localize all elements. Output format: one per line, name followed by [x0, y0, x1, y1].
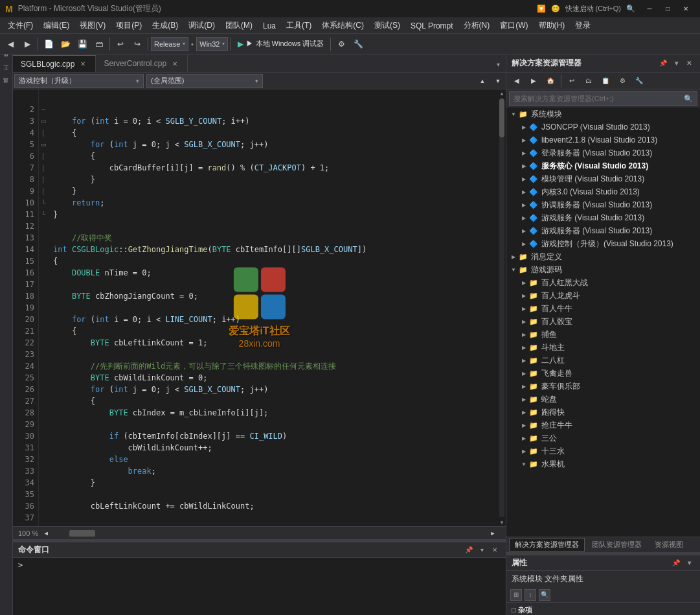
toolbar-new-btn[interactable]: 📄 — [41, 36, 56, 52]
menu-window[interactable]: 窗口(W) — [495, 19, 533, 32]
menu-edit[interactable]: 编辑(E) — [38, 19, 74, 32]
command-close-btn[interactable]: ✕ — [489, 544, 501, 556]
props-dropdown-btn[interactable]: ▾ — [683, 557, 695, 569]
menu-team[interactable]: 团队(M) — [220, 19, 258, 32]
menu-analyze[interactable]: 分析(N) — [458, 19, 495, 32]
menu-test[interactable]: 测试(S) — [369, 19, 405, 32]
tree-item-haoche[interactable]: ▶ 📁 豪车俱乐部 — [506, 380, 700, 393]
command-pin-btn[interactable]: 📌 — [463, 544, 475, 556]
se-toolbar-btn4[interactable]: ↩ — [564, 73, 580, 89]
toolbar-back-btn[interactable]: ◀ — [3, 36, 18, 52]
minimize-button[interactable]: ─ — [640, 3, 659, 16]
tree-item-game-server[interactable]: ▶ 🔷 游戏服务器 (Visual Studio 2013) — [506, 224, 700, 237]
menu-lua[interactable]: Lua — [258, 20, 281, 32]
context-dropdown[interactable]: 游戏控制（升级） ▾ — [14, 74, 144, 88]
start-debug-button[interactable]: ▶ ▶ 本地 Windows 调试器 — [234, 39, 328, 49]
tree-item-shisanshui[interactable]: ▶ 📁 十三水 — [506, 445, 700, 458]
close-button[interactable]: ✕ — [677, 3, 695, 16]
command-body[interactable]: > — [13, 558, 506, 615]
tree-item-shuiguoji[interactable]: ▼ 📁 水果机 — [506, 458, 700, 470]
tree-item-bairen-niuniu[interactable]: ▶ 📁 百人牛牛 — [506, 302, 700, 315]
solution-search-box[interactable]: 🔍 — [509, 91, 697, 106]
menu-project[interactable]: 项目(P) — [111, 19, 147, 32]
tree-item-bairen-shaibao[interactable]: ▶ 📁 百人骰宝 — [506, 315, 700, 328]
horizontal-scroll-thumb[interactable] — [69, 530, 95, 537]
tree-item-qiangzhuang[interactable]: ▶ 📁 抢庄牛牛 — [506, 419, 700, 432]
fold-btn-3[interactable]: ▭ — [39, 139, 48, 150]
rpanel-tab-resources[interactable]: 资源视图 — [649, 538, 689, 551]
scroll-up-icon[interactable]: ▲ — [498, 89, 506, 97]
sidebar-icon-1[interactable]: 服 — [0, 54, 13, 67]
tree-item-service-core[interactable]: ▶ 🔷 服务核心 (Visual Studio 2013) — [506, 159, 700, 172]
toolbar-misc-btn1[interactable]: ⚙ — [333, 36, 349, 52]
se-toolbar-btn2[interactable]: ▶ — [526, 73, 541, 89]
horizontal-scrollbar[interactable] — [56, 530, 482, 537]
tree-item-sangong[interactable]: ▶ 📁 三公 — [506, 432, 700, 445]
se-close-btn[interactable]: ✕ — [683, 58, 695, 69]
se-toolbar-btn6[interactable]: 📋 — [598, 73, 613, 89]
toolbar-undo-btn[interactable]: ↩ — [113, 36, 128, 52]
tree-item-game-service[interactable]: ▶ 🔷 游戏服务 (Visual Studio 2013) — [506, 211, 700, 224]
sidebar-icon-2[interactable]: 工 — [0, 67, 13, 80]
toolbar-redo-btn[interactable]: ↪ — [130, 36, 145, 52]
toolbar-misc-btn2[interactable]: 🔧 — [350, 36, 366, 52]
se-toolbar-btn7[interactable]: ⚙ — [615, 73, 630, 89]
menu-sqlprompt[interactable]: SQL Prompt — [405, 20, 458, 32]
se-toolbar-btn3[interactable]: 🏠 — [543, 73, 558, 89]
platform-dropdown[interactable]: Win32 ▾ — [196, 37, 228, 51]
se-toolbar-btn1[interactable]: ◀ — [509, 73, 525, 89]
se-pin-btn[interactable]: 📌 — [657, 58, 669, 69]
tree-item-bairen-longhu[interactable]: ▶ 📁 百人龙虎斗 — [506, 289, 700, 302]
scroll-down-icon[interactable]: ▼ — [498, 518, 506, 526]
props-grid-btn[interactable]: ⊞ — [510, 589, 522, 601]
tree-item-shepan[interactable]: ▶ 📁 蛇盘 — [506, 393, 700, 406]
props-pin-btn[interactable]: 📌 — [670, 557, 682, 569]
menu-view[interactable]: 视图(V) — [74, 19, 111, 32]
toolbar-forward-btn[interactable]: ▶ — [19, 36, 35, 52]
menu-tools[interactable]: 工具(T) — [281, 19, 317, 32]
tree-item-game-ctrl[interactable]: ▶ 🔷 游戏控制（升级）(Visual Studio 2013) — [506, 237, 700, 250]
tab-servercontrol-close[interactable]: ✕ — [170, 59, 179, 68]
code-scrollbar[interactable]: ▲ ▼ — [498, 89, 506, 526]
configuration-dropdown[interactable]: Release ▾ — [151, 37, 188, 51]
toolbar-saveall-btn[interactable]: 🗃 — [91, 36, 107, 52]
tree-item-feiqin[interactable]: ▶ 📁 飞禽走兽 — [506, 367, 700, 380]
zoom-increase-btn[interactable]: ► — [485, 526, 501, 540]
tree-item-login-server[interactable]: ▶ 🔷 登录服务器 (Visual Studio 2013) — [506, 146, 700, 159]
tree-item-erbagan[interactable]: ▶ 📁 二八杠 — [506, 354, 700, 367]
props-sort-btn[interactable]: ↕ — [525, 589, 536, 601]
se-dropdown-btn[interactable]: ▾ — [670, 58, 682, 69]
code-editor[interactable]: for (int i = 0; i < SGLB_Y_COUNT; i++) {… — [48, 89, 498, 526]
menu-file[interactable]: 文件(F) — [3, 19, 38, 32]
rpanel-tab-solution[interactable]: 解决方案资源管理器 — [509, 538, 585, 551]
scroll-thumb[interactable] — [499, 99, 504, 137]
command-dropdown-btn[interactable]: ▾ — [476, 544, 488, 556]
se-toolbar-btn8[interactable]: 🔧 — [631, 73, 647, 89]
scroll-track[interactable] — [499, 99, 504, 517]
tree-item-kernel[interactable]: ▶ 🔷 内核3.0 (Visual Studio 2013) — [506, 185, 700, 198]
menu-architecture[interactable]: 体系结构(C) — [317, 19, 369, 32]
tree-item-jsoncpp[interactable]: ▶ 🔷 JSONCPP (Visual Studio 2013) — [506, 121, 700, 133]
tab-servercontrol[interactable]: ServerControl.cpp ✕ — [96, 55, 188, 72]
menu-help[interactable]: 帮助(H) — [534, 19, 570, 32]
tree-item-paodekuai[interactable]: ▶ 📁 跑得快 — [506, 406, 700, 419]
toolbar-open-btn[interactable]: 📂 — [58, 36, 73, 52]
solution-search-input[interactable] — [514, 95, 681, 102]
maximize-button[interactable]: □ — [659, 3, 677, 16]
tree-item-bairen-honghe[interactable]: ▶ 📁 百人红黑大战 — [506, 276, 700, 289]
tree-item-gamesrc[interactable]: ▼ 📁 游戏源码 — [506, 263, 700, 276]
tab-sgbllogic[interactable]: SGLBLogic.cpp ✕ — [13, 55, 96, 72]
menu-build[interactable]: 生成(B) — [147, 19, 183, 32]
sidebar-icon-3[interactable]: 属 — [0, 80, 13, 93]
se-toolbar-btn5[interactable]: 🗂 — [581, 73, 596, 89]
code-toolbar-scroll-btn[interactable]: ▲ — [475, 73, 490, 89]
code-toolbar-scroll-dn-btn[interactable]: ▼ — [490, 73, 506, 89]
zoom-decrease-btn[interactable]: ◄ — [38, 526, 54, 540]
rpanel-tab-team[interactable]: 团队资源管理器 — [586, 538, 648, 551]
toolbar-save-btn[interactable]: 💾 — [74, 36, 90, 52]
solution-search-icon[interactable]: 🔍 — [684, 95, 693, 103]
tree-item-msgdef[interactable]: ▶ 📁 消息定义 — [506, 250, 700, 263]
scope-dropdown[interactable]: (全局范围) ▾ — [146, 74, 263, 88]
fold-btn-2[interactable]: ▭ — [39, 115, 48, 127]
solution-tree[interactable]: ▼ 📁 系统模块 ▶ 🔷 JSONCPP (Visual Studio 2013… — [506, 108, 700, 537]
